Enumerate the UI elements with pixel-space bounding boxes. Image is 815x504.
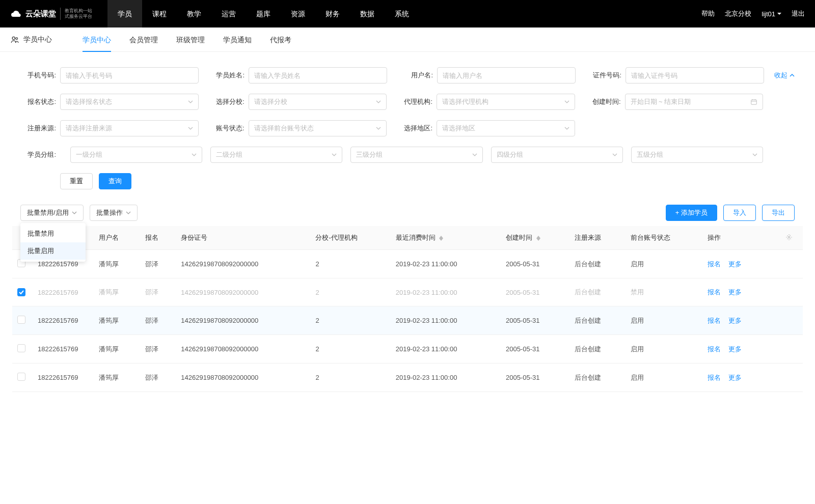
cell-reg-source: 后台创建 [569,335,626,363]
reset-button[interactable]: 重置 [60,173,93,189]
query-button[interactable]: 查询 [99,173,131,189]
chevron-down-icon [564,126,569,131]
nav-students[interactable]: 学员 [107,0,142,27]
action-enroll[interactable]: 报名 [708,317,721,324]
cell-create-time: 2005-05-31 [501,250,569,278]
nav-data[interactable]: 数据 [350,0,385,27]
idno-input[interactable] [626,67,764,83]
user-menu[interactable]: lijt01 [762,10,781,18]
cell-enroll: 邵泽 [140,250,176,278]
action-more[interactable]: 更多 [728,345,742,353]
cell-action: 报名 更多 [702,278,780,306]
group4-select[interactable]: 四级分组 [491,147,623,163]
row-checkbox[interactable] [17,344,25,352]
username-input[interactable] [437,67,576,83]
sort-icon [439,236,443,241]
cell-action: 报名 更多 [702,306,780,335]
add-student-button[interactable]: + 添加学员 [666,205,717,221]
cell-status: 启用 [626,335,702,363]
cell-phone: 18222615769 [33,306,94,335]
cell-action: 报名 更多 [702,363,780,392]
row-checkbox[interactable] [17,316,25,324]
svg-rect-2 [751,100,757,104]
cell-create-time: 2005-05-31 [501,335,569,363]
idno-label: 证件号码: [586,71,621,80]
tab-notice[interactable]: 学员通知 [223,27,252,52]
collapse-link[interactable]: 收起 [774,71,795,80]
action-enroll[interactable]: 报名 [708,374,721,381]
account-status-select[interactable]: 请选择前台账号状态 [249,120,387,136]
cloud-icon [10,8,22,20]
cell-username: 潘筠厚 [94,306,140,335]
chevron-down-icon [188,99,193,104]
cell-idno: 142629198708092000000 [176,250,310,278]
branch-link[interactable]: 北京分校 [725,9,751,18]
help-link[interactable]: 帮助 [701,9,715,18]
col-idno: 身份证号 [176,226,310,250]
chevron-down-icon [752,152,757,157]
action-more[interactable]: 更多 [728,260,742,268]
menu-batch-disable[interactable]: 批量禁用 [20,225,86,242]
action-more[interactable]: 更多 [728,288,742,296]
action-enroll[interactable]: 报名 [708,345,721,353]
nav-finance[interactable]: 财务 [315,0,350,27]
create-time-range[interactable]: 开始日期 ~ 结束日期 [625,94,764,110]
row-checkbox[interactable] [17,373,25,381]
cell-enroll: 邵泽 [140,335,176,363]
region-select[interactable]: 请选择地区 [437,120,575,136]
col-settings[interactable] [780,226,803,250]
nav-right: 帮助 北京分校 lijt01 退出 [701,9,805,18]
action-more[interactable]: 更多 [728,374,742,381]
action-enroll[interactable]: 报名 [708,288,721,296]
group1-select[interactable]: 一级分组 [70,147,202,163]
gear-icon [785,234,793,241]
cell-username: 潘筠厚 [94,363,140,392]
calendar-icon [750,98,757,105]
group3-select[interactable]: 三级分组 [350,147,482,163]
cell-branch-agent: 2 [310,363,390,392]
col-create-time[interactable]: 创建时间 [501,226,569,250]
toolbar: 批量禁用/启用 批量操作 批量禁用 批量启用 + 添加学员 导入 导出 [0,194,815,226]
action-enroll[interactable]: 报名 [708,260,721,268]
nav-courses[interactable]: 课程 [142,0,177,27]
cell-phone: 18222615769 [33,363,94,392]
batch-enable-dropdown[interactable]: 批量禁用/启用 [20,205,84,221]
col-account-status: 前台账号状态 [626,226,702,250]
nav-teaching[interactable]: 教学 [177,0,211,27]
action-more[interactable]: 更多 [728,317,742,324]
tab-member[interactable]: 会员管理 [129,27,158,52]
tab-register[interactable]: 代报考 [270,27,291,52]
cell-idno: 142629198708092000000 [176,335,310,363]
cell-create-time: 2005-05-31 [501,363,569,392]
branch-select[interactable]: 请选择分校 [249,94,387,110]
nav-operation[interactable]: 运营 [211,0,246,27]
search-panel: 手机号码: 学员姓名: 用户名: 证件号码: 收起 报名状态: 请选择报名状态 [0,52,815,194]
tab-class[interactable]: 班级管理 [176,27,205,52]
table-row: 18222615769 潘筠厚 邵泽 142629198708092000000… [12,250,803,278]
nav-resource[interactable]: 资源 [281,0,315,27]
cell-reg-source: 后台创建 [569,363,626,392]
agent-select[interactable]: 请选择代理机构 [437,94,575,110]
username-label: 用户名: [397,71,433,80]
group-label: 学员分组: [20,150,56,159]
export-button[interactable]: 导出 [762,205,795,221]
phone-input[interactable] [60,67,199,83]
row-checkbox[interactable] [17,288,25,296]
nav-question[interactable]: 题库 [246,0,281,27]
cell-enroll: 邵泽 [140,306,176,335]
svg-point-3 [788,236,790,238]
tab-student-center[interactable]: 学员中心 [83,27,111,52]
group2-select[interactable]: 二级分组 [210,147,342,163]
import-button[interactable]: 导入 [723,205,756,221]
enroll-status-select[interactable]: 请选择报名状态 [60,94,199,110]
cell-status: 启用 [626,306,702,335]
batch-op-dropdown[interactable]: 批量操作 [90,205,138,221]
logo-text: 云朵课堂 [25,9,56,19]
nav-system[interactable]: 系统 [385,0,419,27]
col-last-consume[interactable]: 最近消费时间 [391,226,501,250]
group5-select[interactable]: 五级分组 [631,147,763,163]
logout-link[interactable]: 退出 [792,9,805,18]
reg-source-select[interactable]: 请选择注册来源 [60,120,199,136]
name-input[interactable] [249,67,387,83]
menu-batch-enable[interactable]: 批量启用 [20,242,86,260]
